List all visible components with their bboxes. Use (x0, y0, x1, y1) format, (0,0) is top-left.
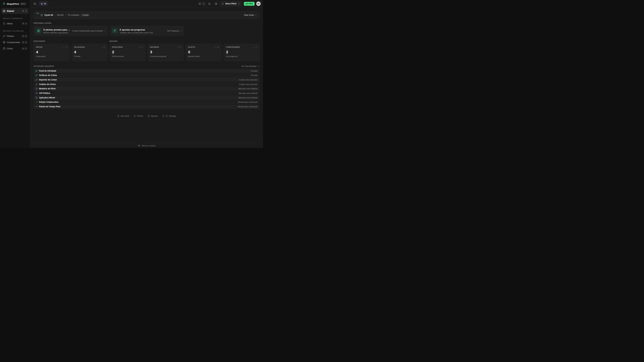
stage-caption: Prontas (74, 55, 105, 57)
shortcut-keys: M P (22, 35, 27, 37)
file-icon (179, 46, 181, 48)
sidebar-item-label: Ciclos (7, 47, 20, 50)
calendar-icon (3, 47, 5, 50)
moon-icon (208, 2, 211, 5)
activity-row[interactable]: Análise de Ciclos Criado como rascunho (34, 82, 260, 86)
target-icon-tile (36, 28, 42, 34)
panel-left-icon (34, 2, 36, 5)
calendar-icon (40, 14, 43, 16)
next-actions: 3pitches prontos para compr... Pitches d… (34, 26, 260, 36)
sidebar-item-ciclos[interactable]: Ciclos M C (1, 45, 29, 51)
target-icon (3, 41, 5, 43)
command-palette-shortcut[interactable]: ⌘ K (198, 2, 206, 5)
k-key: K (202, 2, 206, 5)
beta-badge: BETA (20, 2, 26, 5)
kbd-key: K (166, 115, 168, 117)
theme-toggle-button[interactable] (207, 1, 212, 6)
sidebar-item-label: Pitches (7, 35, 20, 37)
chevron-right-icon (255, 14, 257, 16)
activity-title: Aplicativo Móvel (39, 96, 55, 99)
stage-step: 5 (215, 46, 216, 48)
command-i-kbd: ⌘I (138, 144, 140, 147)
action-link-label: Ver Progresso (167, 30, 179, 32)
activity-row[interactable]: Edição Colaborativa Movido para construç… (34, 100, 260, 104)
activity-row[interactable]: Importar do Linear Criado como rascunho (34, 78, 260, 82)
rocket-icon (36, 74, 38, 76)
activity-title: Gráficos de Colina (39, 74, 57, 76)
activity-row[interactable]: Feed de Atividade Enviado (34, 69, 260, 73)
activity-row[interactable]: Modelos de Pitch Marcado como definido (34, 87, 260, 91)
keyboard-hints: N Novo pitch P Pitches B Apostas J K Nav… (34, 115, 260, 117)
sidebar-item-painel[interactable]: Painel M D (1, 8, 29, 14)
stage-step: 6 (254, 46, 254, 48)
action-link-label: Ir para Comprometer para Construir (72, 30, 103, 32)
stage-name: DEFINIDO (150, 46, 178, 48)
stage-card-validadas[interactable]: VALIDADAS 2 4 Prontas → (72, 44, 108, 61)
view-cycle-link[interactable]: View Cycle (244, 14, 257, 16)
context-switch-label: Alternar contexto (142, 145, 156, 147)
shortcut-keys: M C (22, 47, 27, 50)
cycle-progress-arc-icon (36, 12, 40, 16)
cmd-key: ⌘ (198, 2, 202, 5)
sidebar-toggle-button[interactable] (32, 1, 37, 6)
new-pitch-label: Novo Pitch (226, 2, 236, 5)
view-all-activity-link[interactable]: Ver Toda Atividade (241, 65, 260, 67)
stage-caption: Em progresso (226, 55, 257, 57)
action-card-title: 3pitches prontos para compr... (43, 28, 70, 31)
topbar-right: ⌘ K Novo Pitch c GO PRO UD (198, 1, 260, 6)
plus-icon (222, 3, 224, 5)
stage-meta: 6 (254, 46, 257, 48)
kbd-key: B (148, 115, 150, 117)
activity-row[interactable]: Aplicativo Móvel Marcado como definido (34, 95, 260, 100)
activity-row[interactable]: Painel em Tempo Real Movido para constru… (34, 105, 260, 109)
action-card-bets-in-progress[interactable]: 2apostas em progresso Trabalho ativo aco… (110, 26, 184, 36)
user-avatar[interactable]: UD (256, 1, 260, 6)
kbd-key: N (117, 115, 120, 117)
action-count: 2 (120, 28, 121, 31)
activity-status: Marcado como definido (238, 97, 258, 99)
next-actions-heading: PRÓXIMAS AÇÕES (34, 22, 260, 24)
stage-value: 4 (74, 50, 105, 54)
sidebar-item-comprometer[interactable]: Comprometer M B (1, 39, 29, 45)
activity-status: Movido para construção (238, 106, 258, 108)
activity-heading: ATIVIDADE RECENTE (34, 65, 54, 67)
stage-card-aceito[interactable]: ACEITO 5 0 Apostas feitas → (186, 44, 222, 61)
group-label-definir: DEFINIR (110, 40, 118, 42)
stage-caption: Apostas feitas (188, 55, 219, 57)
stage-value: 3 (150, 50, 181, 54)
flow-arrow-icon: → (221, 51, 224, 54)
stage-card-definido[interactable]: DEFINIDO 4 3 Pronto para apostar → (148, 44, 184, 61)
file-icon (36, 97, 38, 99)
stage-value: 2 (226, 50, 257, 54)
activity-row[interactable]: API Pública Marcado como definido (34, 91, 260, 95)
sidebar-item-pitches[interactable]: Pitches M P (1, 33, 29, 39)
action-card-link[interactable]: Ver Progresso (167, 30, 182, 32)
kbd-key: M (22, 10, 24, 12)
activity-list: Feed de Atividade Enviado Gráficos de Co… (34, 69, 260, 109)
trending-up-icon (36, 106, 38, 108)
activity-row[interactable]: Gráficos de Colina Enviado (34, 73, 260, 77)
sidebar-item-ideias[interactable]: Ideias M I (1, 21, 29, 26)
panel-toggle-button[interactable] (214, 1, 218, 6)
action-card-pitches-ready[interactable]: 3pitches prontos para compr... Pitches d… (34, 26, 108, 36)
new-pitch-button[interactable]: Novo Pitch c (220, 1, 242, 6)
activity-status: Enviado (251, 70, 258, 72)
app-logo[interactable]: ShapePitch BETA (0, 2, 30, 8)
rocket-icon (36, 70, 38, 72)
new-pitch-kbd: c (238, 2, 240, 5)
action-card-link[interactable]: Ir para Comprometer para Construir (72, 30, 106, 32)
activity-status: Enviado (251, 74, 258, 76)
stage-card-construindo[interactable]: CONSTRUINDO 6 2 Em progresso (224, 44, 260, 61)
pipeline-section: DESCOBRIR DEFINIR IDEIAS 1 4 Capt (34, 40, 260, 61)
ai-sparkle-icon (41, 3, 43, 5)
activity-status: Criado como rascunho (239, 79, 258, 81)
cycle-days-left: 40d left (57, 14, 64, 16)
ai-button[interactable]: AI (39, 1, 48, 6)
context-switch-footer[interactable]: ⌘I Alternar contexto (30, 143, 263, 148)
activity-title: Feed de Atividade (39, 70, 56, 72)
kbd-key: M (22, 47, 24, 50)
stage-card-rascunho[interactable]: RASCUNHO 3 2 Pitches brutos → (110, 44, 146, 61)
go-pro-button[interactable]: GO PRO (244, 2, 254, 6)
activity-status: Criado como rascunho (239, 83, 258, 85)
stage-card-ideias[interactable]: IDEIAS 1 4 Capturadas → (34, 44, 70, 61)
